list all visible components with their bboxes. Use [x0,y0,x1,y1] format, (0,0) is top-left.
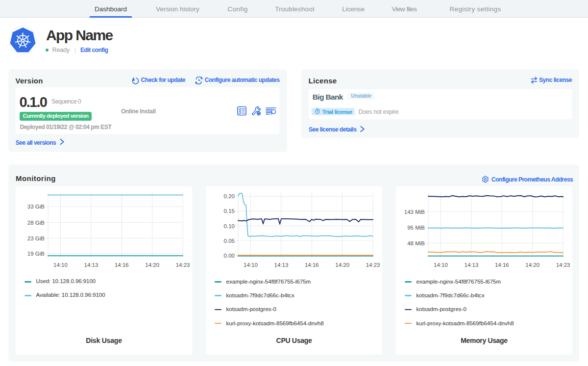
svg-text:0.20: 0.20 [224,193,235,199]
svg-text:33 GiB: 33 GiB [27,204,45,209]
svg-text:14:10: 14:10 [434,262,448,268]
svg-text:14:16: 14:16 [495,262,509,268]
svg-text:14:20: 14:20 [335,262,349,268]
svg-text:14:23: 14:23 [176,262,190,268]
svg-text:14:23: 14:23 [556,262,570,268]
svg-text:19 GiB: 19 GiB [27,251,45,257]
svg-text:14:13: 14:13 [274,262,289,268]
svg-text:14:23: 14:23 [366,262,380,268]
svg-text:14:16: 14:16 [305,262,319,268]
svg-text:14:13: 14:13 [84,262,98,268]
svg-text:14:16: 14:16 [115,262,129,268]
svg-text:28 GiB: 28 GiB [27,220,45,226]
svg-text:48 MiB: 48 MiB [407,240,425,246]
svg-text:95 MiB: 95 MiB [407,225,425,231]
svg-text:14:20: 14:20 [525,262,539,268]
svg-text:0.10: 0.10 [224,223,235,229]
svg-text:14:10: 14:10 [53,262,68,268]
svg-text:0.00: 0.00 [224,253,235,259]
svg-text:143 MiB: 143 MiB [404,209,425,215]
svg-text:14:20: 14:20 [145,262,159,268]
svg-text:14:10: 14:10 [244,262,258,268]
svg-text:23 GiB: 23 GiB [27,235,45,241]
svg-text:0.05: 0.05 [224,238,235,244]
svg-text:14:13: 14:13 [465,262,479,268]
svg-text:0.15: 0.15 [224,208,235,214]
